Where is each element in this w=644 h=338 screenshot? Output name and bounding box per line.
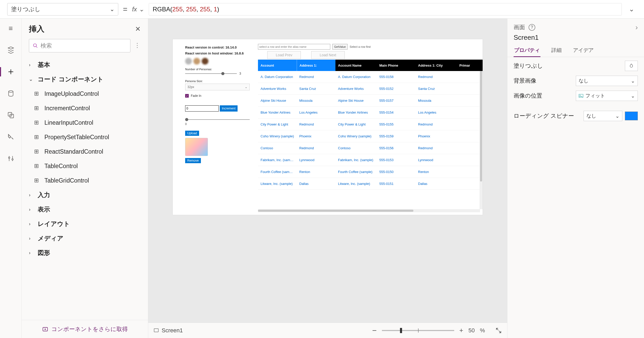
table-cell[interactable]: Redmond: [297, 75, 335, 79]
table-row[interactable]: Blue Yonder AirlinesLos AngelesBlue Yond…: [258, 107, 483, 119]
table-cell[interactable]: Lynnwood: [415, 158, 457, 162]
tree-section-shapes[interactable]: ›図形: [24, 246, 145, 260]
advanced-tools-icon[interactable]: [5, 131, 17, 143]
bgimage-select[interactable]: なし⌄: [576, 76, 638, 86]
table-cell[interactable]: A. Datum Corporation: [335, 75, 377, 79]
col-main-phone[interactable]: Main Phone: [377, 60, 415, 71]
table-cell[interactable]: Santa Cruz: [297, 87, 335, 91]
table-cell[interactable]: 555-0153: [377, 158, 415, 162]
hamburger-icon[interactable]: ≡: [5, 22, 17, 35]
close-icon[interactable]: ✕: [135, 25, 141, 33]
load-prev-button[interactable]: Load Prev: [267, 51, 301, 59]
property-dropdown[interactable]: 塗りつぶし ⌄: [7, 3, 118, 15]
table-cell[interactable]: Contoso: [335, 146, 377, 150]
table-row[interactable]: A. Datum CorporationRedmondA. Datum Corp…: [258, 71, 483, 83]
table-cell[interactable]: Missoula: [297, 99, 335, 103]
table-cell[interactable]: Coho Winery (sample): [258, 134, 297, 138]
spinner-select[interactable]: なし⌄: [584, 111, 622, 121]
persona-size-select[interactable]: 32px⌄: [185, 84, 250, 90]
table-row[interactable]: Coho Winery (sample)PhoenixCoho Winery (…: [258, 130, 483, 142]
tree-item-tablecontrol[interactable]: ⊞TableControl: [24, 159, 145, 173]
remove-button[interactable]: Remove: [185, 158, 201, 163]
table-cell[interactable]: 555-0150: [377, 170, 415, 174]
col-address1-city[interactable]: Address 1: City: [415, 60, 457, 71]
spinner-color-swatch[interactable]: [625, 112, 638, 120]
imageposition-select[interactable]: フィット ⌄: [576, 91, 638, 101]
zoom-slider[interactable]: [382, 330, 454, 331]
table-cell[interactable]: Fabrikam, Inc. (sample): [335, 158, 377, 162]
grid-body[interactable]: A. Datum CorporationRedmondA. Datum Corp…: [258, 71, 483, 212]
table-row[interactable]: City Power & LightRedmondCity Power & Li…: [258, 119, 483, 130]
vertical-scrollbar[interactable]: [480, 71, 483, 209]
more-options-icon[interactable]: ⋯: [134, 42, 141, 49]
col-account-name[interactable]: Account Name: [335, 60, 377, 71]
table-cell[interactable]: 555-0154: [377, 111, 415, 114]
table-cell[interactable]: Blue Yonder Airlines: [258, 111, 297, 114]
chevron-right-icon[interactable]: ›: [635, 23, 638, 32]
load-next-button[interactable]: Load Next: [311, 51, 345, 59]
table-cell[interactable]: Dallas: [297, 182, 335, 186]
table-cell[interactable]: Litware, Inc. (sample): [258, 182, 297, 186]
table-cell[interactable]: 555-0151: [377, 182, 415, 186]
tree-item-linearinputcontrol[interactable]: ⊞LinearInputControl: [24, 115, 145, 130]
tree-item-reactstandardcontrol[interactable]: ⊞ReactStandardControl: [24, 144, 145, 159]
formula-input[interactable]: RGBA(255, 255, 255, 1): [149, 3, 622, 15]
table-cell[interactable]: Redmond: [415, 146, 457, 150]
alias-input[interactable]: select a row and enter the alias name: [258, 44, 330, 50]
table-cell[interactable]: 555-0156: [377, 146, 415, 150]
fit-to-screen-icon[interactable]: [495, 327, 502, 334]
table-row[interactable]: Litware, Inc. (sample)DallasLitware, Inc…: [258, 178, 483, 190]
table-cell[interactable]: Renton: [297, 170, 335, 174]
zoom-out-button[interactable]: −: [372, 326, 377, 335]
fx-label[interactable]: fx ⌄: [132, 6, 144, 13]
col-account[interactable]: Account: [258, 60, 297, 71]
zoom-in-button[interactable]: +: [459, 326, 463, 334]
tree-item-incrementcontrol[interactable]: ⊞IncrementControl: [24, 101, 145, 115]
table-cell[interactable]: Litware, Inc. (sample): [335, 182, 377, 186]
table-cell[interactable]: Redmond: [297, 122, 335, 126]
insert-icon[interactable]: [5, 66, 17, 78]
table-cell[interactable]: Los Angeles: [415, 111, 457, 114]
table-cell[interactable]: Missoula: [415, 99, 457, 103]
getvalue-button[interactable]: GetValue: [332, 44, 348, 50]
table-cell[interactable]: Fourth Coffee (sample): [258, 170, 297, 174]
screen-surface[interactable]: React version in control: 16.14.0 React …: [173, 39, 483, 215]
table-cell[interactable]: A. Datum Corporation: [258, 75, 297, 79]
table-cell[interactable]: Dallas: [415, 182, 457, 186]
settings-icon[interactable]: [5, 152, 17, 165]
table-row[interactable]: Fourth Coffee (sample)RentonFourth Coffe…: [258, 166, 483, 178]
linear-input-slider[interactable]: [185, 119, 250, 120]
breadcrumb[interactable]: Screen1: [153, 327, 183, 334]
num-personas-slider[interactable]: [185, 73, 237, 74]
table-cell[interactable]: City Power & Light: [258, 122, 297, 126]
table-cell[interactable]: Redmond: [297, 146, 335, 150]
tree-section-basic[interactable]: ›基本: [24, 58, 145, 72]
table-cell[interactable]: Redmond: [415, 75, 457, 79]
col-address1[interactable]: Address 1:: [297, 60, 335, 71]
get-more-components-link[interactable]: コンポーネントをさらに取得: [22, 320, 148, 338]
tree-section-display[interactable]: ›表示: [24, 202, 145, 217]
table-cell[interactable]: Blue Yonder Airlines: [335, 111, 377, 114]
table-cell[interactable]: Fourth Coffee (sample): [335, 170, 377, 174]
tree-section-media[interactable]: ›メディア: [24, 231, 145, 246]
table-cell[interactable]: 555-0155: [377, 122, 415, 126]
tree-section-layout[interactable]: ›レイアウト: [24, 217, 145, 231]
tree-item-propertysettablecontrol[interactable]: ⊞PropertySetTableControl: [24, 130, 145, 144]
media-icon[interactable]: [5, 109, 17, 121]
upload-button[interactable]: Upload: [185, 131, 199, 136]
table-cell[interactable]: Coho Winery (sample): [335, 134, 377, 138]
table-cell[interactable]: 555-0158: [377, 75, 415, 79]
table-cell[interactable]: Fabrikam, Inc. (sample): [258, 158, 297, 162]
table-cell[interactable]: Los Angeles: [297, 111, 335, 114]
table-row[interactable]: Fabrikam, Inc. (sample)LynnwoodFabrikam,…: [258, 154, 483, 166]
tree-item-tablegridcontrol[interactable]: ⊞TableGridControl: [24, 173, 145, 188]
table-cell[interactable]: 555-0152: [377, 87, 415, 91]
table-cell[interactable]: Lynnwood: [297, 158, 335, 162]
table-cell[interactable]: Adventure Works: [335, 87, 377, 91]
horizontal-scrollbar[interactable]: [258, 209, 480, 212]
tab-advanced[interactable]: 詳細: [551, 44, 562, 57]
tab-ideas[interactable]: アイデア: [572, 44, 594, 57]
tree-view-icon[interactable]: [5, 44, 17, 56]
table-cell[interactable]: Phoenix: [297, 134, 335, 138]
table-row[interactable]: Alpine Ski HouseMissoulaAlpine Ski House…: [258, 95, 483, 107]
